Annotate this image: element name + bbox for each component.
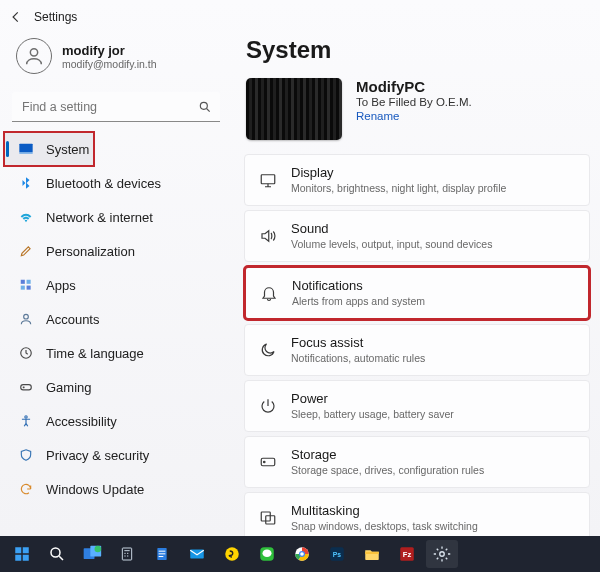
svg-rect-6 xyxy=(21,286,25,290)
taskbar-filezilla-icon[interactable]: Fz xyxy=(391,540,423,568)
brush-icon xyxy=(18,243,34,259)
power-icon xyxy=(259,397,277,415)
taskbar-app-yellow-icon[interactable] xyxy=(216,540,248,568)
main-panel: System ModifyPC To Be Filled By O.E.M. R… xyxy=(232,34,600,536)
sidebar-item-accessibility[interactable]: Accessibility xyxy=(4,404,228,438)
wifi-icon xyxy=(18,209,34,225)
setting-sub: Storage space, drives, configuration rul… xyxy=(291,464,484,477)
svg-point-0 xyxy=(30,49,37,56)
svg-rect-19 xyxy=(15,555,21,561)
setting-storage[interactable]: Storage Storage space, drives, configura… xyxy=(244,436,590,488)
sidebar-item-label: Network & internet xyxy=(46,210,153,225)
pc-name: ModifyPC xyxy=(356,78,472,95)
setting-sub: Sleep, battery usage, battery saver xyxy=(291,408,454,421)
taskbar-settings-icon[interactable] xyxy=(426,540,458,568)
svg-text:Fz: Fz xyxy=(403,550,412,559)
sidebar-item-label: Accessibility xyxy=(46,414,117,429)
sidebar-item-apps[interactable]: Apps xyxy=(4,268,228,302)
search-icon[interactable] xyxy=(198,100,212,114)
setting-multitasking[interactable]: Multitasking Snap windows, desktops, tas… xyxy=(244,492,590,536)
titlebar: Settings xyxy=(0,0,600,34)
page-title: System xyxy=(246,36,590,64)
accounts-icon xyxy=(18,311,34,327)
sidebar-item-network[interactable]: Network & internet xyxy=(4,200,228,234)
svg-rect-2 xyxy=(19,144,32,153)
settings-list: Display Monitors, brightness, night ligh… xyxy=(244,154,590,536)
setting-title: Notifications xyxy=(292,278,425,294)
setting-title: Focus assist xyxy=(291,335,425,351)
gaming-icon xyxy=(18,379,34,395)
svg-rect-20 xyxy=(23,555,29,561)
setting-sound[interactable]: Sound Volume levels, output, input, soun… xyxy=(244,210,590,262)
taskbar: Ps Fz xyxy=(0,536,600,572)
sidebar-item-update[interactable]: Windows Update xyxy=(4,472,228,506)
sidebar-item-label: Time & language xyxy=(46,346,144,361)
svg-rect-29 xyxy=(159,556,164,557)
pc-card[interactable]: ModifyPC To Be Filled By O.E.M. Rename xyxy=(244,78,590,140)
sidebar-item-label: System xyxy=(46,142,89,157)
sidebar-item-accounts[interactable]: Accounts xyxy=(4,302,228,336)
svg-rect-25 xyxy=(122,548,131,560)
setting-notifications[interactable]: Notifications Alerts from apps and syste… xyxy=(244,266,590,320)
sidebar-item-label: Bluetooth & devices xyxy=(46,176,161,191)
taskbar-explorer-icon[interactable] xyxy=(356,540,388,568)
sidebar-item-time[interactable]: Time & language xyxy=(4,336,228,370)
account-text: modify jor modify@modify.in.th xyxy=(62,43,157,70)
sidebar-item-personalization[interactable]: Personalization xyxy=(4,234,228,268)
settings-window: Settings modify jor modify@modify.in.th xyxy=(0,0,600,536)
svg-rect-27 xyxy=(159,551,166,552)
search-input[interactable] xyxy=(12,92,220,122)
svg-rect-12 xyxy=(261,175,275,184)
sidebar-item-label: Personalization xyxy=(46,244,135,259)
account-name: modify jor xyxy=(62,43,157,58)
svg-rect-18 xyxy=(23,547,29,553)
sidebar-item-gaming[interactable]: Gaming xyxy=(4,370,228,404)
sidebar-item-system[interactable]: System xyxy=(4,132,94,166)
accessibility-icon xyxy=(18,413,34,429)
sidebar-item-label: Gaming xyxy=(46,380,92,395)
svg-rect-28 xyxy=(159,553,166,554)
shield-icon xyxy=(18,447,34,463)
search-wrapper xyxy=(12,92,220,122)
svg-rect-7 xyxy=(27,286,31,290)
content: modify jor modify@modify.in.th System xyxy=(0,34,600,536)
taskbar-taskview-icon[interactable] xyxy=(76,540,108,568)
sidebar: modify jor modify@modify.in.th System xyxy=(0,34,232,536)
back-icon[interactable] xyxy=(8,9,24,25)
sidebar-item-label: Apps xyxy=(46,278,76,293)
svg-point-33 xyxy=(263,550,272,558)
sidebar-item-label: Accounts xyxy=(46,312,99,327)
taskbar-calc-icon[interactable] xyxy=(111,540,143,568)
taskbar-search-icon[interactable] xyxy=(41,540,73,568)
start-button[interactable] xyxy=(6,540,38,568)
taskbar-mail-icon[interactable] xyxy=(181,540,213,568)
account-block[interactable]: modify jor modify@modify.in.th xyxy=(4,34,228,82)
system-icon xyxy=(18,141,34,157)
sound-icon xyxy=(259,227,277,245)
storage-icon xyxy=(259,453,277,471)
setting-title: Display xyxy=(291,165,506,181)
setting-power[interactable]: Power Sleep, battery usage, battery save… xyxy=(244,380,590,432)
svg-point-24 xyxy=(95,546,102,553)
setting-sub: Alerts from apps and system xyxy=(292,295,425,308)
setting-title: Power xyxy=(291,391,454,407)
rename-link[interactable]: Rename xyxy=(356,110,472,122)
svg-point-1 xyxy=(200,102,207,109)
taskbar-photoshop-icon[interactable]: Ps xyxy=(321,540,353,568)
bluetooth-icon xyxy=(18,175,34,191)
sidebar-item-bluetooth[interactable]: Bluetooth & devices xyxy=(4,166,228,200)
taskbar-notepad-icon[interactable] xyxy=(146,540,178,568)
setting-display[interactable]: Display Monitors, brightness, night ligh… xyxy=(244,154,590,206)
account-email: modify@modify.in.th xyxy=(62,58,157,70)
svg-rect-30 xyxy=(190,550,204,559)
setting-sub: Notifications, automatic rules xyxy=(291,352,425,365)
sidebar-item-privacy[interactable]: Privacy & security xyxy=(4,438,228,472)
clock-icon xyxy=(18,345,34,361)
taskbar-chrome-icon[interactable] xyxy=(286,540,318,568)
setting-sub: Snap windows, desktops, task switching xyxy=(291,520,478,533)
svg-point-8 xyxy=(24,314,29,319)
update-icon xyxy=(18,481,34,497)
setting-focus[interactable]: Focus assist Notifications, automatic ru… xyxy=(244,324,590,376)
taskbar-line-icon[interactable] xyxy=(251,540,283,568)
svg-rect-5 xyxy=(27,280,31,284)
